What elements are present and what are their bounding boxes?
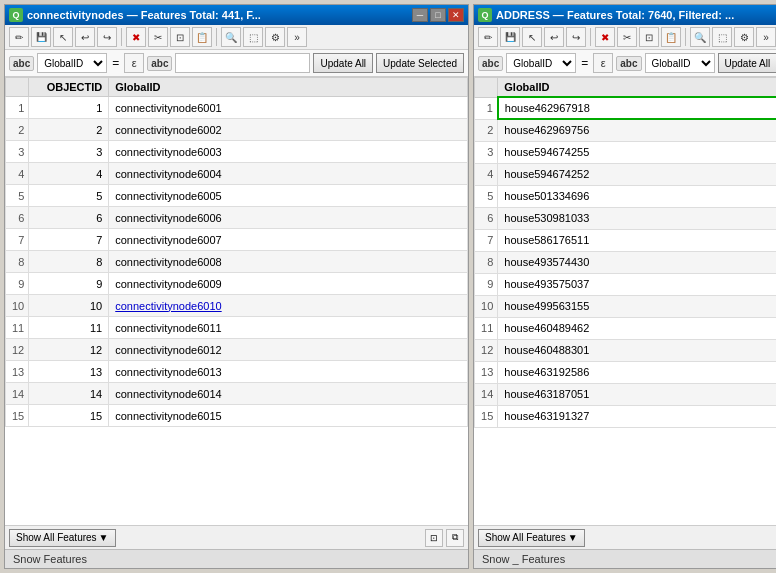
left-window-controls: ─ □ ✕ [412,8,464,22]
left-delete-btn[interactable]: ✖ [126,27,146,47]
table-row[interactable]: 66connectivitynode6006 [6,207,468,229]
row-num: 5 [6,185,29,207]
globalid-cell: connectivitynode6008 [109,251,468,273]
left-filter-btn[interactable]: ⚙ [265,27,285,47]
table-row[interactable]: 8house4935744308 [475,251,776,273]
table-row[interactable]: 15house46319132715 [475,405,776,427]
left-more-btn[interactable]: » [287,27,307,47]
left-update-all-btn[interactable]: Update All [313,53,373,73]
row-num: 11 [475,317,498,339]
left-status-bar: Show All Features ▼ ⊡ ⧉ [5,525,468,549]
left-undo-btn[interactable]: ↩ [75,27,95,47]
row-num: 8 [475,251,498,273]
right-zoom-btn[interactable]: 🔍 [690,27,710,47]
right-toolbar: ✏ 💾 ↖ ↩ ↪ ✖ ✂ ⊡ 📋 🔍 ⬚ ⚙ » [474,25,776,50]
right-select-btn[interactable]: ⬚ [712,27,732,47]
left-maximize-btn[interactable]: □ [430,8,446,22]
globalid-cell: house460488301 [498,339,776,361]
right-col-globalid[interactable]: GlobalID [498,78,776,98]
left-copy-btn[interactable]: ⊡ [170,27,190,47]
left-paste-btn[interactable]: 📋 [192,27,212,47]
right-save-btn[interactable]: 💾 [500,27,520,47]
left-minimize-btn[interactable]: ─ [412,8,428,22]
left-select-btn[interactable]: ⬚ [243,27,263,47]
table-row[interactable]: 3house5946742553 [475,141,776,163]
left-value-type-label: abc [147,56,172,71]
left-status-btn2[interactable]: ⧉ [446,529,464,547]
left-update-selected-btn[interactable]: Update Selected [376,53,464,73]
row-num: 15 [6,405,29,427]
right-field-select[interactable]: GlobalID [506,53,576,73]
table-row[interactable]: 99connectivitynode6009 [6,273,468,295]
left-close-btn[interactable]: ✕ [448,8,464,22]
right-edit-btn[interactable]: ✏ [478,27,498,47]
row-num: 1 [475,97,498,119]
table-row[interactable]: 6house5309810336 [475,207,776,229]
table-row[interactable]: 1313connectivitynode6013 [6,361,468,383]
left-show-features-arrow: ▼ [99,532,109,543]
left-edit-btn[interactable]: ✏ [9,27,29,47]
left-toolbar-sep2 [216,28,217,46]
left-redo-btn[interactable]: ↪ [97,27,117,47]
left-status-btn1[interactable]: ⊡ [425,529,443,547]
left-expr-btn[interactable]: ε [124,53,144,73]
left-value-input[interactable] [175,53,310,73]
table-row[interactable]: 1414connectivitynode6014 [6,383,468,405]
table-row[interactable]: 10house49956315510 [475,295,776,317]
left-zoom-btn[interactable]: 🔍 [221,27,241,47]
left-cut-btn[interactable]: ✂ [148,27,168,47]
table-row[interactable]: 88connectivitynode6008 [6,251,468,273]
right-undo-btn[interactable]: ↩ [544,27,564,47]
right-footer-tab[interactable]: Snow _ Features [474,549,776,568]
right-copy-btn[interactable]: ⊡ [639,27,659,47]
table-row[interactable]: 14house46318705114 [475,383,776,405]
table-row[interactable]: 2house4629697562 [475,119,776,141]
right-cut-btn[interactable]: ✂ [617,27,637,47]
left-footer-tab[interactable]: Snow Features [5,549,468,568]
table-row[interactable]: 13house46319258613 [475,361,776,383]
table-row[interactable]: 77connectivitynode6007 [6,229,468,251]
left-col-globalid[interactable]: GlobalID [109,78,468,97]
left-show-features-btn[interactable]: Show All Features ▼ [9,529,116,547]
right-table-container: GlobalID OBJECTID 1house46296791812house… [474,77,776,525]
right-delete-btn[interactable]: ✖ [595,27,615,47]
right-show-features-btn[interactable]: Show All Features ▼ [478,529,585,547]
table-row[interactable]: 55connectivitynode6005 [6,185,468,207]
table-row[interactable]: 5house5013346965 [475,185,776,207]
row-num: 13 [6,361,29,383]
right-update-all-btn[interactable]: Update All [718,53,776,73]
left-col-objectid[interactable]: OBJECTID [29,78,109,97]
table-row[interactable]: 4house5946742524 [475,163,776,185]
globalid-cell: connectivitynode6011 [109,317,468,339]
table-row[interactable]: 1515connectivitynode6015 [6,405,468,427]
right-pan-btn[interactable]: ↖ [522,27,542,47]
left-filter-row: abc GlobalID = ε abc Update All Update S… [5,50,468,77]
table-row[interactable]: 1010connectivitynode6010 [6,295,468,317]
globalid-cell: connectivitynode6003 [109,141,468,163]
table-row[interactable]: 12house46048830112 [475,339,776,361]
globalid-cell: house463192586 [498,361,776,383]
right-expr-btn[interactable]: ε [593,53,613,73]
right-filter-btn[interactable]: ⚙ [734,27,754,47]
table-row[interactable]: 33connectivitynode6003 [6,141,468,163]
table-row[interactable]: 1111connectivitynode6011 [6,317,468,339]
right-redo-btn[interactable]: ↪ [566,27,586,47]
right-value-field-select[interactable]: GlobalID [645,53,715,73]
table-row[interactable]: 1212connectivitynode6012 [6,339,468,361]
right-paste-btn[interactable]: 📋 [661,27,681,47]
table-row[interactable]: 44connectivitynode6004 [6,163,468,185]
table-row[interactable]: 11connectivitynode6001 [6,97,468,119]
table-row[interactable]: 7house5861765117 [475,229,776,251]
table-row[interactable]: 9house4935750379 [475,273,776,295]
table-row[interactable]: 22connectivitynode6002 [6,119,468,141]
right-field-type-label: abc [478,56,503,71]
left-status-icons: ⊡ ⧉ [425,529,464,547]
row-num: 10 [6,295,29,317]
row-num: 12 [475,339,498,361]
left-save-btn[interactable]: 💾 [31,27,51,47]
left-field-select[interactable]: GlobalID [37,53,107,73]
right-more-btn[interactable]: » [756,27,776,47]
table-row[interactable]: 11house46048946211 [475,317,776,339]
table-row[interactable]: 1house4629679181 [475,97,776,119]
left-pan-btn[interactable]: ↖ [53,27,73,47]
